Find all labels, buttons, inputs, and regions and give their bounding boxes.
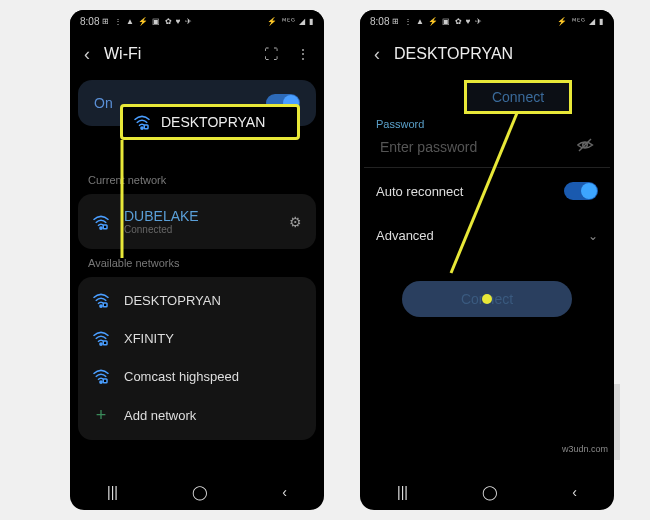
network-row[interactable]: XFINITY (78, 319, 316, 357)
more-icon[interactable]: ⋮ (296, 46, 310, 62)
header-right: ‹ DESKTOPRYAN (360, 32, 614, 76)
page-title: DESKTOPRYAN (394, 45, 600, 63)
status-bar: 8:08 ⊞ ⋮ ▲ ⚡ ▣ ✿ ♥ ✈ ⚡ ᴹᴱᴳ ◢ ▮ (70, 10, 324, 32)
svg-point-4 (100, 343, 102, 345)
gear-icon[interactable]: ⚙ (289, 214, 302, 230)
phone-left: 8:08 ⊞ ⋮ ▲ ⚡ ▣ ✿ ♥ ✈ ⚡ ᴹᴱᴳ ◢ ▮ ‹ Wi-Fi ⛶… (70, 10, 324, 510)
status-time: 8:08 (370, 16, 389, 27)
qr-scan-icon[interactable]: ⛶ (264, 46, 278, 62)
nav-bar: ||| ◯ ‹ (360, 474, 614, 510)
add-network-label: Add network (124, 408, 196, 423)
chevron-down-icon: ⌄ (588, 229, 598, 243)
plus-icon: + (92, 405, 110, 426)
current-network-row[interactable]: DUBELAKE Connected ⚙ (78, 198, 316, 245)
svg-point-0 (100, 226, 102, 228)
wifi-lock-icon (133, 113, 151, 131)
wifi-lock-icon (92, 291, 110, 309)
callout-connect: Connect (464, 80, 572, 114)
callout-line-1 (120, 140, 180, 260)
wifi-lock-icon (92, 367, 110, 385)
header-left: ‹ Wi-Fi ⛶ ⋮ (70, 32, 324, 76)
svg-rect-1 (103, 225, 107, 229)
current-network-label: Current network (70, 168, 324, 192)
page-title: Wi-Fi (104, 45, 250, 63)
svg-line-13 (451, 113, 517, 273)
svg-point-2 (100, 305, 102, 307)
auto-reconnect-toggle[interactable] (564, 182, 598, 200)
wifi-on-label: On (94, 95, 113, 111)
callout-desktopryan: DESKTOPRYAN (120, 104, 300, 140)
status-icons-right: ⚡ ᴹᴱᴳ ◢ ▮ (557, 17, 604, 26)
nav-recent-icon[interactable]: ||| (397, 484, 408, 500)
wifi-lock-icon (92, 329, 110, 347)
toggle-visibility-icon[interactable] (576, 136, 594, 157)
available-networks-card: DESKTOPRYAN XFINITY Comcast highspeed + … (78, 277, 316, 440)
network-name: Comcast highspeed (124, 369, 239, 384)
svg-rect-7 (103, 379, 107, 383)
svg-line-9 (579, 139, 591, 151)
nav-recent-icon[interactable]: ||| (107, 484, 118, 500)
status-icons-left: ⊞ ⋮ ▲ ⚡ ▣ ✿ ♥ ✈ (102, 17, 192, 26)
callout-text: DESKTOPRYAN (161, 114, 265, 130)
nav-bar: ||| ◯ ‹ (70, 474, 324, 510)
back-icon[interactable]: ‹ (374, 44, 380, 65)
network-name: DESKTOPRYAN (124, 293, 221, 308)
nav-back-icon[interactable]: ‹ (572, 484, 577, 500)
status-icons-left: ⊞ ⋮ ▲ ⚡ ▣ ✿ ♥ ✈ (392, 17, 482, 26)
status-bar: 8:08 ⊞ ⋮ ▲ ⚡ ▣ ✿ ♥ ✈ ⚡ ᴹᴱᴳ ◢ ▮ (360, 10, 614, 32)
network-row[interactable]: DESKTOPRYAN (78, 281, 316, 319)
connect-button[interactable]: Connect (402, 281, 572, 317)
advanced-label: Advanced (376, 228, 434, 243)
network-name: XFINITY (124, 331, 174, 346)
svg-point-10 (141, 127, 143, 129)
svg-rect-11 (144, 125, 148, 129)
highlight-dot (482, 294, 492, 304)
callout-connect-text: Connect (492, 89, 544, 105)
nav-home-icon[interactable]: ◯ (482, 484, 498, 500)
svg-point-6 (100, 381, 102, 383)
available-label: Available networks (70, 251, 324, 275)
svg-rect-5 (103, 341, 107, 345)
callout-line-2 (445, 113, 525, 278)
status-time: 8:08 (80, 16, 99, 27)
watermark: w3udn.com (460, 384, 620, 460)
status-icons-right: ⚡ ᴹᴱᴳ ◢ ▮ (267, 17, 314, 26)
nav-home-icon[interactable]: ◯ (192, 484, 208, 500)
wifi-lock-icon (92, 213, 110, 231)
add-network-row[interactable]: + Add network (78, 395, 316, 436)
current-network-card: DUBELAKE Connected ⚙ (78, 194, 316, 249)
svg-rect-3 (103, 303, 107, 307)
nav-back-icon[interactable]: ‹ (282, 484, 287, 500)
network-row[interactable]: Comcast highspeed (78, 357, 316, 395)
back-icon[interactable]: ‹ (84, 44, 90, 65)
